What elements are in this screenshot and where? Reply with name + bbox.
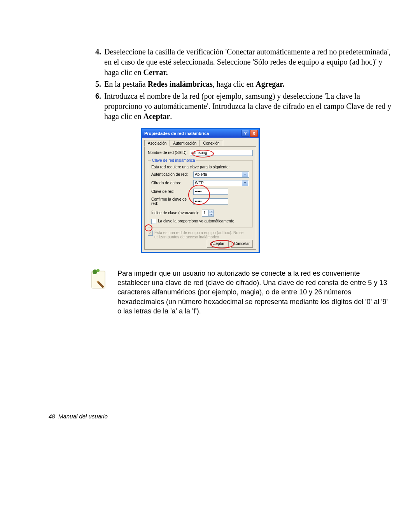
dialog-screenshot: Propiedades de red inalámbrica ? X Asoci… <box>141 128 393 253</box>
auth-label: Autenticación de red: <box>151 172 193 177</box>
instruction-list: 4. Deseleccione la casilla de verificaci… <box>89 47 393 122</box>
note-icon <box>89 269 108 290</box>
checkbox-icon: ✓ <box>148 231 153 236</box>
help-button[interactable]: ? <box>242 130 249 137</box>
svg-point-2 <box>96 269 100 272</box>
ssid-input[interactable]: samsung <box>190 150 253 156</box>
step-text: Introduzca el nombre de la red (por ejem… <box>104 91 393 122</box>
note-block: Para impedir que un usuario no autorizad… <box>89 269 393 316</box>
step-text: Deseleccione la casilla de verificación … <box>104 47 393 77</box>
enc-select[interactable]: WEP▾ <box>193 180 249 186</box>
step-number: 4. <box>89 47 104 57</box>
key-label: Clave de red: <box>151 189 193 194</box>
tab-panel: Nombre de red (SSID): samsung Clave de r… <box>144 146 256 250</box>
checkbox-icon <box>151 219 156 224</box>
page-footer: 48 Manual del usuario <box>49 413 108 420</box>
tab-autenticacion[interactable]: Autenticación <box>170 140 200 146</box>
tab-conexion[interactable]: Conexión <box>200 140 223 146</box>
note-text: Para impedir que un usuario no autorizad… <box>117 269 393 316</box>
group-legend: Clave de red inalámbrica <box>151 158 196 163</box>
chevron-down-icon: ▾ <box>242 180 248 186</box>
step-number: 5. <box>89 79 104 89</box>
group-note: Esta red requiere una clave para lo sigu… <box>151 165 249 169</box>
step-up-icon[interactable]: ▲ <box>209 210 214 213</box>
step-number: 6. <box>89 91 104 101</box>
auth-select[interactable]: Abierta▾ <box>193 171 249 178</box>
chevron-down-icon: ▾ <box>242 172 248 177</box>
auto-key-checkbox[interactable]: La clave la proporciono yo automáticamen… <box>151 219 249 224</box>
adhoc-checkbox: ✓ Ésta es una red de equipo a equipo (ad… <box>148 231 253 239</box>
step-text: En la pestaña Redes inalámbricas, haga c… <box>104 79 393 89</box>
confirm-label: Confirme la clave de red: <box>151 197 193 206</box>
close-button[interactable]: X <box>250 130 258 137</box>
ssid-label: Nombre de red (SSID): <box>148 150 190 155</box>
ok-button[interactable]: Aceptar <box>207 240 229 248</box>
index-stepper[interactable]: 1 ▲▼ <box>202 210 214 217</box>
confirm-input[interactable]: ••••• <box>193 198 228 205</box>
wireless-key-group: Clave de red inalámbrica Esta red requie… <box>148 158 253 227</box>
dialog-title: Propiedades de red inalámbrica <box>144 131 241 136</box>
cancel-button[interactable]: Cancelar <box>231 240 253 248</box>
step-down-icon[interactable]: ▼ <box>209 213 214 216</box>
tab-bar: Asociación Autenticación Conexión <box>142 138 259 146</box>
index-label: Índice de clave (avanzado): <box>151 211 202 215</box>
tab-asociacion[interactable]: Asociación <box>144 140 170 147</box>
enc-label: Cifrado de datos: <box>151 181 193 185</box>
key-input[interactable]: ••••• <box>193 189 228 195</box>
titlebar: Propiedades de red inalámbrica ? X <box>142 129 259 138</box>
